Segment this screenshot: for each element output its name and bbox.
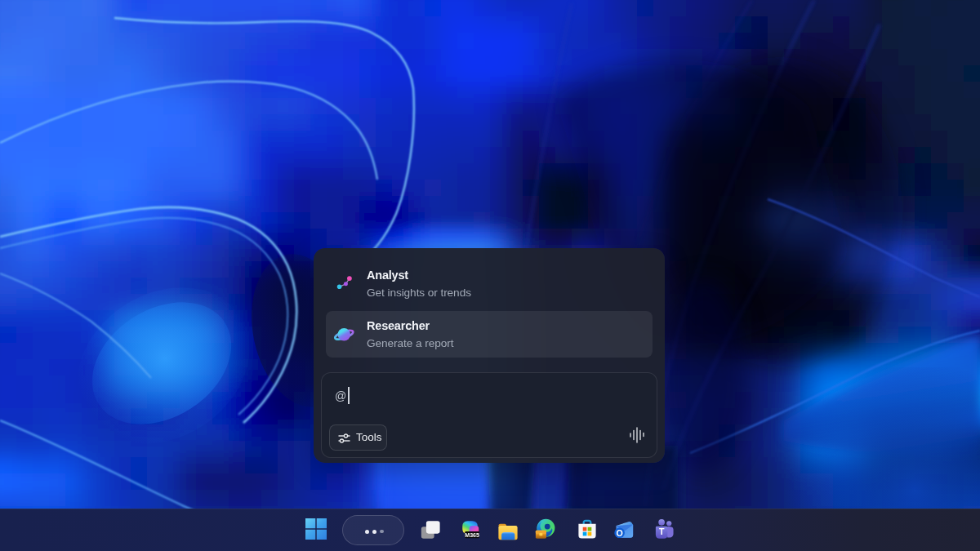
svg-text:M365: M365 — [465, 532, 479, 538]
svg-text:O: O — [616, 528, 622, 538]
svg-text:T: T — [659, 527, 665, 536]
